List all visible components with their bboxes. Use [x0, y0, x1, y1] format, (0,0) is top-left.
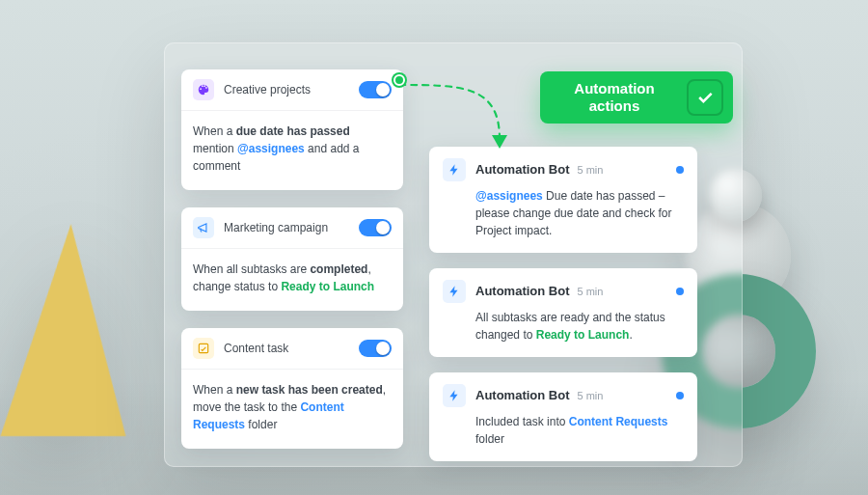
- bot-name: Automation Bot: [475, 282, 569, 301]
- pencil-square-icon: [193, 338, 214, 359]
- palette-icon: [193, 79, 214, 100]
- rule-body: When all subtasks are completed, change …: [181, 249, 403, 311]
- bot-text: folder: [475, 432, 504, 446]
- mention-link[interactable]: @assignees: [237, 142, 305, 155]
- bot-card[interactable]: Automation Bot 5 min @assignees Due date…: [429, 147, 697, 253]
- rule-card-content[interactable]: Content task When a new task has been cr…: [181, 328, 403, 449]
- rule-toggle[interactable]: [359, 81, 392, 98]
- status-label: Ready to Launch: [536, 328, 630, 342]
- rule-text: mention: [193, 142, 237, 155]
- rule-text: folder: [245, 418, 277, 431]
- rule-text: When all subtasks are: [193, 262, 310, 276]
- bot-text: .: [629, 328, 632, 342]
- chip-line: actions: [589, 97, 640, 114]
- bolt-icon: [443, 384, 466, 407]
- bolt-icon: [443, 158, 466, 181]
- mention-link[interactable]: @assignees: [475, 189, 543, 203]
- rules-column: Creative projects When a due date has pa…: [181, 69, 403, 466]
- bot-column: Automation Bot 5 min @assignees Due date…: [429, 147, 697, 477]
- check-icon: [687, 79, 723, 116]
- rule-toggle[interactable]: [359, 340, 392, 357]
- bot-card[interactable]: Automation Bot 5 min Included task into …: [429, 372, 697, 461]
- rule-card-marketing[interactable]: Marketing campaign When all subtasks are…: [181, 207, 403, 311]
- bot-text: Included task into: [475, 415, 569, 428]
- rule-text-bold: completed: [310, 262, 367, 276]
- rule-title: Marketing campaign: [224, 219, 359, 236]
- unread-dot-icon: [676, 392, 684, 399]
- bot-body: @assignees Due date has passed – please …: [443, 187, 684, 239]
- rule-header: Marketing campaign: [181, 207, 403, 249]
- bot-name: Automation Bot: [475, 386, 569, 405]
- rule-header: Creative projects: [181, 69, 403, 111]
- rule-header: Content task: [181, 328, 403, 370]
- automation-actions-chip[interactable]: Automation actions: [540, 71, 733, 124]
- rule-title: Content task: [224, 340, 359, 357]
- bolt-icon: [443, 280, 466, 303]
- folder-link[interactable]: Content Requests: [569, 415, 668, 428]
- rule-body: When a new task has been created, move t…: [181, 370, 403, 449]
- unread-dot-icon: [676, 288, 684, 295]
- rule-toggle[interactable]: [359, 219, 392, 236]
- bot-time: 5 min: [577, 284, 603, 300]
- status-label: Ready to Launch: [281, 280, 374, 293]
- bot-body: Included task into Content Requests fold…: [443, 413, 684, 448]
- megaphone-icon: [193, 217, 214, 238]
- arrow-start-dot: [393, 74, 405, 86]
- chip-label: Automation actions: [574, 80, 654, 115]
- rule-body: When a due date has passed mention @assi…: [181, 111, 403, 190]
- rule-text: When a: [193, 124, 236, 138]
- bot-header: Automation Bot 5 min: [443, 158, 684, 181]
- svg-rect-0: [199, 344, 207, 352]
- unread-dot-icon: [676, 166, 684, 174]
- bot-header: Automation Bot 5 min: [443, 384, 684, 407]
- bot-body: All subtasks are ready and the status ch…: [443, 309, 684, 344]
- bot-header: Automation Bot 5 min: [443, 280, 684, 303]
- bot-card[interactable]: Automation Bot 5 min All subtasks are re…: [429, 268, 697, 357]
- bot-name: Automation Bot: [475, 160, 569, 179]
- bot-time: 5 min: [577, 388, 603, 404]
- rule-text-bold: new task has been created: [236, 383, 383, 397]
- rule-card-creative[interactable]: Creative projects When a due date has pa…: [181, 69, 403, 190]
- chip-line: Automation: [574, 80, 654, 96]
- rule-title: Creative projects: [224, 81, 359, 98]
- rule-text: When a: [193, 383, 236, 397]
- bot-time: 5 min: [577, 162, 603, 179]
- decor-yellow-rock: [0, 224, 148, 436]
- rule-text-bold: due date has passed: [236, 124, 350, 138]
